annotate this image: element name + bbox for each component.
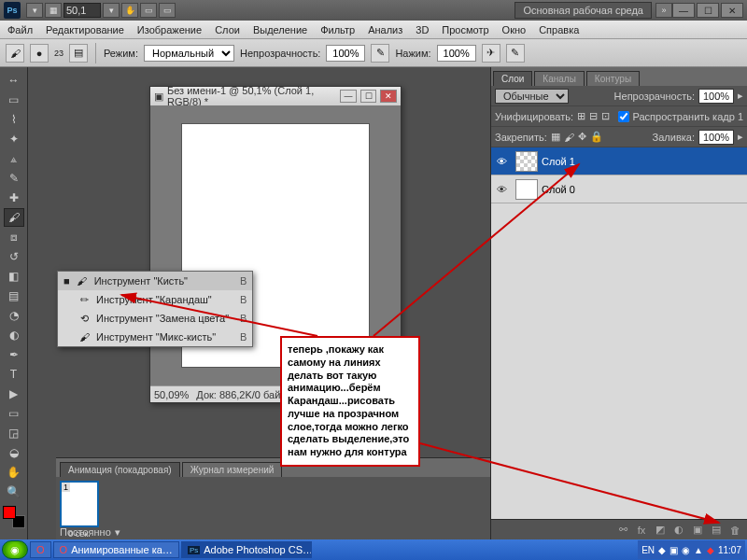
hand-button[interactable]: ✋ [121, 3, 138, 18]
blend-mode-select[interactable]: Обычные [495, 89, 569, 104]
wand-tool[interactable]: ✦ [4, 130, 24, 148]
chevron-down-icon[interactable]: ▸ [738, 131, 743, 143]
lock-transparency-icon[interactable]: ▦ [551, 131, 560, 143]
menu-filter[interactable]: Фильтр [320, 24, 355, 35]
menu-image[interactable]: Изображение [137, 24, 202, 35]
loop-select[interactable]: Постоянно [60, 526, 111, 538]
doc-minimize-button[interactable]: — [340, 90, 357, 103]
tool-preset-icon[interactable]: 🖌 [6, 44, 24, 63]
mru-button[interactable]: ▾ [26, 3, 43, 18]
fill-field[interactable] [698, 130, 734, 145]
lang-indicator[interactable]: EN [641, 545, 655, 555]
layer-row[interactable]: 👁 Слой 1 [491, 147, 747, 175]
expand-icon[interactable]: » [655, 3, 672, 18]
chevron-down-icon[interactable]: ▸ [738, 90, 743, 102]
layer-name[interactable]: Слой 0 [542, 184, 575, 195]
lock-all-icon[interactable]: 🔒 [590, 131, 603, 143]
healing-tool[interactable]: ✚ [4, 189, 24, 207]
unify-style-icon[interactable]: ⊡ [601, 110, 610, 122]
tab-measurements[interactable]: Журнал измерений [182, 462, 283, 477]
move-tool[interactable]: ↔ [4, 71, 24, 90]
marquee-tool[interactable]: ▭ [4, 91, 24, 109]
zoom-dropdown[interactable]: ▾ [103, 3, 120, 18]
new-layer-icon[interactable]: ▤ [710, 524, 723, 536]
flow-field[interactable] [437, 45, 476, 62]
fg-color[interactable] [3, 506, 16, 519]
flyout-pencil[interactable]: ✏ Инструмент "Карандаш" B [58, 290, 252, 309]
opacity-field[interactable] [326, 45, 365, 62]
flyout-color-replace[interactable]: ⟲ Инструмент "Замена цвета" B [58, 309, 252, 328]
tablet-pressure-icon[interactable]: ✎ [506, 44, 525, 63]
crop-tool[interactable]: ⟁ [4, 149, 24, 168]
layer-thumb[interactable] [515, 179, 538, 200]
screen-mode-button[interactable]: ▭ [159, 3, 176, 18]
layer-row[interactable]: 👁 Слой 0 [491, 175, 747, 203]
menu-edit[interactable]: Редактирование [46, 24, 124, 35]
zoom-tool[interactable]: 🔍 [4, 483, 24, 501]
path-select-tool[interactable]: ▶ [4, 385, 24, 403]
lasso-tool[interactable]: ⌇ [4, 110, 24, 129]
airbrush-icon[interactable]: ✈ [482, 44, 500, 63]
eyedropper-tool[interactable]: ✎ [4, 169, 24, 188]
doc-maximize-button[interactable]: ☐ [360, 90, 377, 103]
zoom-field[interactable] [63, 3, 101, 18]
minimize-button[interactable]: — [672, 3, 695, 18]
type-tool[interactable]: T [4, 365, 24, 384]
layer-thumb[interactable] [515, 151, 538, 172]
stamp-tool[interactable]: ⧈ [4, 228, 24, 246]
mask-icon[interactable]: ◩ [654, 524, 667, 536]
brush-preview[interactable]: ● [30, 44, 49, 63]
menu-help[interactable]: Справка [539, 24, 579, 35]
menu-file[interactable]: Файл [7, 24, 33, 35]
menu-select[interactable]: Выделение [253, 24, 307, 35]
opacity-pressure-icon[interactable]: ✎ [371, 44, 389, 63]
layer-name[interactable]: Слой 1 [542, 156, 575, 167]
brush-tool[interactable]: 🖌 [4, 208, 24, 227]
pen-tool[interactable]: ✒ [4, 345, 24, 364]
system-tray[interactable]: EN ◆ ▣ ◉ ▲ ◆ 11:07 [638, 540, 745, 559]
color-swatch[interactable] [3, 506, 25, 528]
3d-tool[interactable]: ◲ [4, 424, 24, 442]
doc-zoom-readout[interactable]: 50,09% [154, 389, 189, 400]
clock[interactable]: 11:07 [718, 545, 741, 555]
history-brush-tool[interactable]: ↺ [4, 247, 24, 266]
tray-icon[interactable]: ▣ [669, 545, 678, 555]
lock-pixels-icon[interactable]: 🖌 [564, 132, 574, 143]
menu-layers[interactable]: Слои [215, 24, 240, 35]
taskbar-opera[interactable]: O [30, 541, 51, 558]
start-button[interactable]: ◉ [2, 540, 28, 559]
lock-position-icon[interactable]: ✥ [578, 131, 586, 143]
workspace-switcher[interactable]: Основная рабочая среда [514, 2, 652, 19]
taskbar-item[interactable]: OАнимированные ка… [53, 541, 179, 558]
fx-icon[interactable]: fx [635, 525, 648, 536]
visibility-icon[interactable]: 👁 [491, 156, 512, 167]
menu-window[interactable]: Окно [502, 24, 527, 35]
3d-camera-tool[interactable]: ◒ [4, 443, 24, 462]
menu-view[interactable]: Просмотр [442, 24, 488, 35]
arrange-button[interactable]: ▭ [140, 3, 157, 18]
animation-frame[interactable]: 1 0 сек. [60, 481, 99, 527]
close-button[interactable]: ✕ [721, 3, 743, 18]
tray-icon[interactable]: ◉ [682, 545, 690, 555]
menu-3d[interactable]: 3D [416, 24, 429, 35]
dodge-tool[interactable]: ◐ [4, 326, 24, 344]
tray-icon[interactable]: ◆ [658, 545, 666, 555]
group-icon[interactable]: ▣ [691, 524, 704, 536]
tab-channels[interactable]: Каналы [534, 71, 585, 86]
shape-tool[interactable]: ▭ [4, 404, 24, 423]
layout-button[interactable]: ▦ [45, 3, 62, 18]
unify-visibility-icon[interactable]: ⊟ [589, 110, 598, 122]
link-layers-icon[interactable]: ⚯ [616, 524, 629, 536]
menu-analysis[interactable]: Анализ [368, 24, 402, 35]
gradient-tool[interactable]: ▤ [4, 287, 24, 305]
adjustment-icon[interactable]: ◐ [672, 524, 685, 536]
tab-layers[interactable]: Слои [493, 71, 532, 86]
hand-tool[interactable]: ✋ [4, 463, 24, 482]
layer-opacity-field[interactable] [698, 89, 734, 104]
trash-icon[interactable]: 🗑 [728, 525, 741, 536]
blur-tool[interactable]: ◔ [4, 306, 24, 325]
propagate-checkbox[interactable] [618, 111, 629, 122]
visibility-icon[interactable]: 👁 [491, 184, 512, 195]
brush-panel-toggle[interactable]: ▤ [69, 44, 88, 63]
tab-paths[interactable]: Контуры [586, 71, 640, 86]
